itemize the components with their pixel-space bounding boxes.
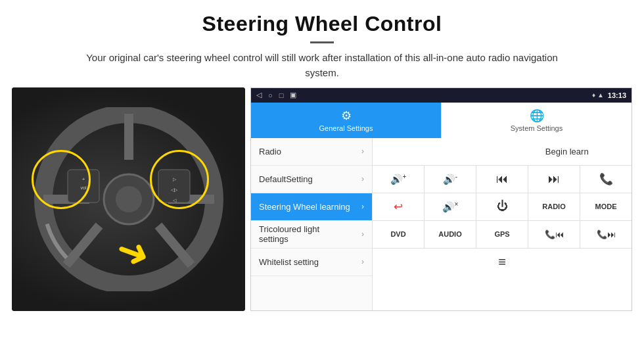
hangup-button[interactable]: ↩ <box>373 193 425 220</box>
menu-item-tricoloured-label: Tricoloured lightsettings <box>259 224 319 244</box>
dvd-button[interactable]: DVD <box>373 221 425 248</box>
menu-item-tricoloured[interactable]: Tricoloured lightsettings › <box>251 221 372 249</box>
car-image-area: + vol - ▷ ◁▷ ◁ ➜ <box>12 87 245 311</box>
svg-line-4 <box>66 226 99 265</box>
prev-icon: ⏮ <box>496 172 508 186</box>
vol-down-icon: 🔊- <box>443 173 457 185</box>
hangup-icon: ↩ <box>394 200 403 214</box>
yellow-circle-left <box>32 150 91 209</box>
menu-list-icon: ≡ <box>498 254 506 270</box>
menu-item-radio[interactable]: Radio › <box>251 138 372 166</box>
tab-general-label: General Settings <box>319 124 373 132</box>
power-button[interactable]: ⏻ <box>476 193 528 220</box>
next-icon: ⏭ <box>548 172 560 186</box>
mode-button[interactable]: MODE <box>580 193 632 220</box>
phone-icon: 📞 <box>599 172 613 186</box>
vol-down-button[interactable]: 🔊- <box>425 166 476 193</box>
control-row-5: ≡ <box>373 249 632 276</box>
menu-item-steering[interactable]: Steering Wheel learning › <box>251 193 372 221</box>
radio-button[interactable]: RADIO <box>528 193 580 220</box>
steering-wheel-bg: + vol - ▷ ◁▷ ◁ ➜ <box>12 87 245 311</box>
title-divider <box>310 41 334 43</box>
menu-item-whitelist[interactable]: Whitelist setting › <box>251 249 372 276</box>
prev-button[interactable]: ⏮ <box>476 166 528 193</box>
next-button[interactable]: ⏭ <box>528 166 580 193</box>
control-row-2: 🔊+ 🔊- ⏮ ⏭ 📞 <box>373 166 632 193</box>
chevron-icon-radio: › <box>361 147 364 156</box>
tab-system[interactable]: 🌐 System Settings <box>441 103 632 138</box>
menu-item-defaultsetting-label: DefaultSetting <box>259 174 313 184</box>
phone-prev-icon: 📞⏮ <box>545 229 564 239</box>
chevron-icon-tricoloured: › <box>361 229 364 239</box>
svg-line-5 <box>158 226 191 265</box>
radio-label: RADIO <box>542 203 565 210</box>
dvd-label: DVD <box>390 230 405 238</box>
settings-gear-icon: ⚙ <box>341 108 352 123</box>
tab-system-label: System Settings <box>511 124 563 132</box>
phone-button[interactable]: 📞 <box>580 166 632 193</box>
left-menu: Radio › DefaultSetting › Steering Wheel … <box>251 138 373 310</box>
page-subtitle: Your original car's steering wheel contr… <box>72 50 572 81</box>
phone-next-icon: 📞⏭ <box>597 229 616 239</box>
svg-point-7 <box>116 186 142 212</box>
gps-label: GPS <box>494 230 509 238</box>
right-panel: Begin learn 🔊+ 🔊- ⏮ ⏭ <box>373 138 632 310</box>
menu-item-steering-label: Steering Wheel learning <box>259 202 350 212</box>
globe-icon: 🌐 <box>530 108 544 123</box>
mode-label: MODE <box>595 203 617 210</box>
control-row-4: DVD AUDIO GPS 📞⏮ 📞⏭ <box>373 221 632 249</box>
audio-label: AUDIO <box>438 230 461 238</box>
control-row-1: Begin learn <box>373 138 632 166</box>
time-display: 13:13 <box>608 91 626 99</box>
menu-item-defaultsetting[interactable]: DefaultSetting › <box>251 166 372 193</box>
page-header: Steering Wheel Control Your original car… <box>0 0 644 87</box>
status-bar: ◁ ○ □ ▣ ♦ ▲ 13:13 <box>251 88 632 103</box>
menu-item-radio-label: Radio <box>259 147 281 156</box>
chevron-icon-steering: › <box>361 202 364 211</box>
recents-icon[interactable]: □ <box>279 91 284 99</box>
tab-bar: ⚙ General Settings 🌐 System Settings <box>251 103 632 138</box>
panel-area: Radio › DefaultSetting › Steering Wheel … <box>251 138 632 310</box>
vol-up-icon: 🔊+ <box>390 173 407 185</box>
control-row-3: ↩ 🔊× ⏻ RADIO MODE <box>373 193 632 221</box>
status-bar-right: ♦ ▲ 13:13 <box>592 91 626 99</box>
phone-prev-button[interactable]: 📞⏮ <box>528 221 580 248</box>
menu-item-whitelist-label: Whitelist setting <box>259 257 319 267</box>
mute-icon: 🔊× <box>442 201 459 213</box>
main-content: + vol - ▷ ◁▷ ◁ ➜ ◁ ○ □ ▣ <box>12 87 632 324</box>
mute-button[interactable]: 🔊× <box>425 193 476 220</box>
chevron-icon-whitelist: › <box>361 257 364 266</box>
yellow-circle-right <box>150 150 209 209</box>
audio-button[interactable]: AUDIO <box>425 221 476 248</box>
back-icon[interactable]: ◁ <box>256 91 262 99</box>
menu-list-button[interactable]: ≡ <box>373 249 632 276</box>
gps-button[interactable]: GPS <box>476 221 528 248</box>
phone-next-button[interactable]: 📞⏭ <box>580 221 632 248</box>
page-title: Steering Wheel Control <box>26 12 618 36</box>
vol-up-button[interactable]: 🔊+ <box>373 166 425 193</box>
tab-general[interactable]: ⚙ General Settings <box>251 103 441 138</box>
signal-icon: ♦ ▲ <box>592 91 604 99</box>
status-bar-left: ◁ ○ □ ▣ <box>256 91 296 99</box>
power-icon: ⏻ <box>497 200 508 213</box>
begin-learn-button[interactable]: Begin learn <box>503 147 632 156</box>
android-ui: ◁ ○ □ ▣ ♦ ▲ 13:13 ⚙ General Settings 🌐 S… <box>250 87 632 311</box>
chevron-icon-default: › <box>361 174 364 183</box>
home-icon[interactable]: ○ <box>268 91 273 99</box>
screenshot-icon[interactable]: ▣ <box>290 91 296 99</box>
